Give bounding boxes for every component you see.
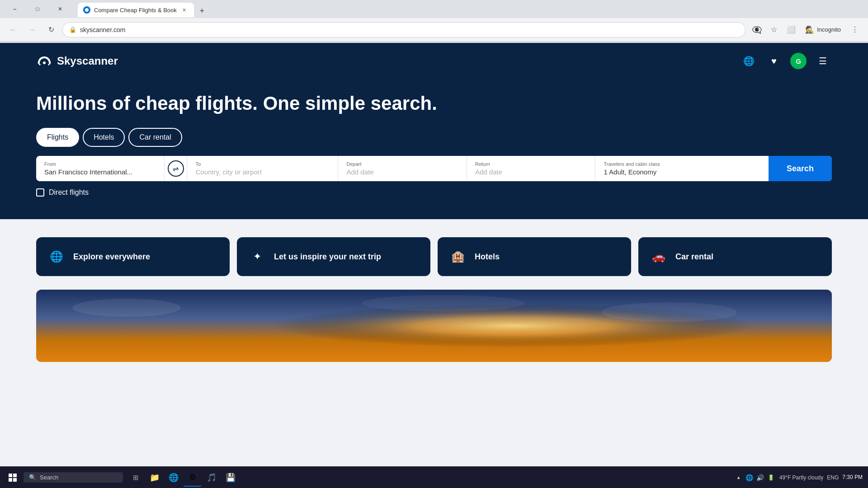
start-button[interactable] xyxy=(4,469,22,487)
new-tab-button[interactable]: + xyxy=(196,5,208,17)
system-clock[interactable]: 7:30 PM xyxy=(842,474,863,481)
car-rental-icon: 🚗 xyxy=(649,247,668,266)
hero-headline: Millions of cheap flights. One simple se… xyxy=(36,93,832,114)
system-tray: ▲ 🌐 🔊 🔋 49°F Partly cloudy ENG 7:30 PM xyxy=(734,473,864,482)
tab-car-rental[interactable]: Car rental xyxy=(128,128,182,147)
clock-time: 7:30 PM xyxy=(842,474,863,481)
taskbar-search[interactable]: 🔍 Search xyxy=(24,472,123,483)
chrome-icon[interactable]: ⚙ xyxy=(184,469,202,487)
website: Skyscanner 🌐 ♥ G ☰ Millions of cheap fli… xyxy=(0,43,868,466)
file-explorer-icon[interactable]: 📁 xyxy=(146,469,164,487)
svg-point-4 xyxy=(72,299,181,317)
tab-bar: Compare Cheap Flights & Book ✕ + xyxy=(74,1,863,17)
explore-icon: 🌐 xyxy=(47,247,66,266)
maximize-button[interactable]: □ xyxy=(27,2,48,16)
bookmark-button[interactable]: ☆ xyxy=(766,22,782,38)
search-button[interactable]: Search xyxy=(769,156,832,181)
taskbar-search-label: Search xyxy=(40,474,58,481)
svg-rect-10 xyxy=(13,478,17,482)
browser-nav: ← → ↻ 🔒 skyscanner.com 👁‍🗨 ☆ ⬜ 🕵 Incogni… xyxy=(0,18,868,42)
windows-logo-icon xyxy=(9,474,17,482)
network-icon[interactable]: 🌐 xyxy=(745,473,754,482)
svg-rect-9 xyxy=(9,478,12,482)
scenic-svg xyxy=(36,290,832,362)
to-placeholder: Country, city or airport xyxy=(195,168,330,176)
back-button[interactable]: ← xyxy=(5,22,21,38)
depart-field[interactable]: Depart Add date xyxy=(338,156,467,181)
tab-hotels[interactable]: Hotels xyxy=(83,128,125,147)
logo-text: Skyscanner xyxy=(57,55,118,67)
logo-icon xyxy=(36,55,52,67)
return-field[interactable]: Return Add date xyxy=(467,156,595,181)
svg-rect-8 xyxy=(13,474,17,477)
direct-flights-checkbox[interactable] xyxy=(36,188,44,197)
direct-flights-label: Direct flights xyxy=(49,188,89,197)
incognito-indicator[interactable]: 🕵 Incognito xyxy=(801,23,845,36)
split-button[interactable]: ⬜ xyxy=(783,22,799,38)
language-button[interactable]: 🌐 xyxy=(740,52,758,70)
user-avatar[interactable]: G xyxy=(790,53,807,69)
edge-icon[interactable]: 🌐 xyxy=(165,469,183,487)
tray-icons: ▲ 🌐 🔊 🔋 xyxy=(734,473,776,482)
window-controls[interactable]: ‒ □ ✕ xyxy=(5,2,71,16)
close-button[interactable]: ✕ xyxy=(50,2,71,16)
svg-point-5 xyxy=(601,302,737,322)
windows-taskbar: 🔍 Search ⊞ 📁 🌐 ⚙ 🎵 💾 ▲ 🌐 🔊 🔋 49°F Partly… xyxy=(0,466,868,488)
search-tabs: Flights Hotels Car rental xyxy=(36,128,832,147)
quick-link-hotels[interactable]: 🏨 Hotels xyxy=(438,237,631,276)
forward-button[interactable]: → xyxy=(24,22,40,38)
swap-button-wrap: ⇌ xyxy=(165,156,187,181)
app5-icon[interactable]: 🎵 xyxy=(203,469,221,487)
quick-links-grid: 🌐 Explore everywhere ✦ Let us inspire yo… xyxy=(36,237,832,276)
battery-icon[interactable]: 🔋 xyxy=(767,473,776,482)
app6-icon[interactable]: 💾 xyxy=(222,469,240,487)
address-text: skyscanner.com xyxy=(80,26,739,33)
browser-tab-active[interactable]: Compare Cheap Flights & Book ✕ xyxy=(78,3,194,17)
quick-link-car-rental[interactable]: 🚗 Car rental xyxy=(638,237,832,276)
hero-section: Millions of cheap flights. One simple se… xyxy=(0,79,868,219)
language-indicator: ENG xyxy=(827,474,839,481)
nav-right: 👁‍🗨 ☆ ⬜ 🕵 Incognito ⋮ xyxy=(749,22,863,38)
tab-favicon xyxy=(83,6,90,14)
travelers-label: Travelers and cabin class xyxy=(604,161,760,167)
to-field[interactable]: To Country, city or airport xyxy=(187,156,338,181)
minimize-button[interactable]: ‒ xyxy=(5,2,25,16)
swap-button[interactable]: ⇌ xyxy=(168,160,184,177)
svg-point-0 xyxy=(85,8,89,12)
inspire-label: Let us inspire your next trip xyxy=(274,252,381,262)
refresh-button[interactable]: ↻ xyxy=(43,22,59,38)
hotels-icon: 🏨 xyxy=(448,247,467,266)
return-label: Return xyxy=(475,161,587,167)
reader-mode-icon[interactable]: 👁‍🗨 xyxy=(749,22,764,38)
return-placeholder: Add date xyxy=(475,168,587,176)
taskview-icon[interactable]: ⊞ xyxy=(127,469,145,487)
header-nav: 🌐 ♥ G ☰ xyxy=(740,52,832,70)
from-value: San Francisco International... xyxy=(44,168,156,176)
svg-point-1 xyxy=(43,61,46,64)
taskbar-search-icon: 🔍 xyxy=(29,474,36,481)
content-section: 🌐 Explore everywhere ✦ Let us inspire yo… xyxy=(0,219,868,380)
weather-info: 49°F Partly cloudy xyxy=(779,474,824,481)
address-bar[interactable]: 🔒 skyscanner.com xyxy=(62,22,745,38)
search-bar: From San Francisco International... ⇌ To… xyxy=(36,156,832,181)
svg-rect-7 xyxy=(9,474,12,477)
menu-button[interactable]: ⋮ xyxy=(847,22,863,38)
volume-icon[interactable]: 🔊 xyxy=(756,473,765,482)
quick-link-inspire[interactable]: ✦ Let us inspire your next trip xyxy=(237,237,430,276)
logo[interactable]: Skyscanner xyxy=(36,55,118,67)
favorites-button[interactable]: ♥ xyxy=(765,52,783,70)
menu-icon[interactable]: ☰ xyxy=(814,52,832,70)
depart-label: Depart xyxy=(346,161,458,167)
direct-flights-row[interactable]: Direct flights xyxy=(36,188,832,197)
scenic-image xyxy=(36,290,832,362)
to-label: To xyxy=(195,161,330,167)
tab-flights[interactable]: Flights xyxy=(36,128,79,147)
inspire-icon: ✦ xyxy=(248,247,267,266)
from-field[interactable]: From San Francisco International... xyxy=(36,156,165,181)
quick-link-explore[interactable]: 🌐 Explore everywhere xyxy=(36,237,230,276)
lock-icon: 🔒 xyxy=(69,26,76,33)
tray-chevron[interactable]: ▲ xyxy=(734,473,743,482)
taskbar-icons: ⊞ 📁 🌐 ⚙ 🎵 💾 xyxy=(127,469,240,487)
travelers-field[interactable]: Travelers and cabin class 1 Adult, Econo… xyxy=(595,156,768,181)
tab-close-button[interactable]: ✕ xyxy=(180,6,189,14)
